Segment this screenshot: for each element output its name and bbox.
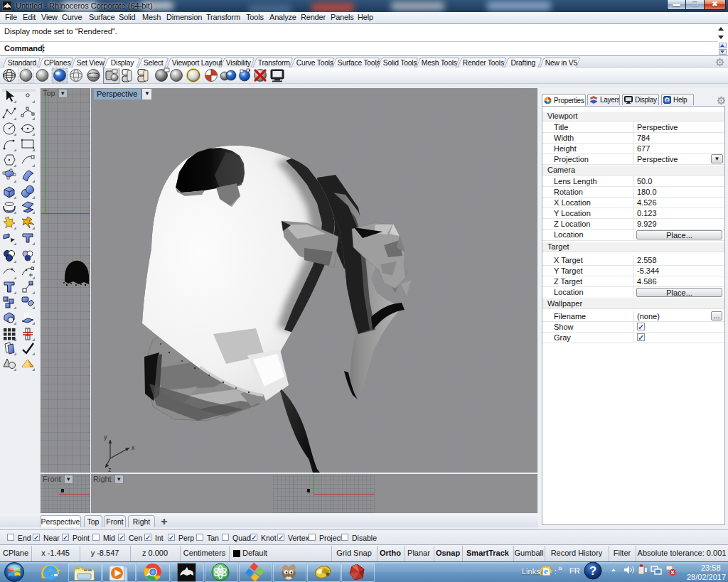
svg-text:y: y: [104, 433, 107, 441]
svg-text:z: z: [108, 466, 112, 473]
svg-text:FR: FR: [569, 566, 580, 575]
svg-text:e: e: [544, 566, 548, 576]
svg-text:x: x: [132, 444, 135, 451]
svg-text:23:58: 23:58: [701, 564, 721, 572]
svg-text:?: ?: [589, 564, 596, 578]
svg-text::: :: [555, 568, 557, 576]
svg-text:28/02/2017: 28/02/2017: [687, 573, 726, 581]
svg-text:»: »: [558, 564, 562, 572]
